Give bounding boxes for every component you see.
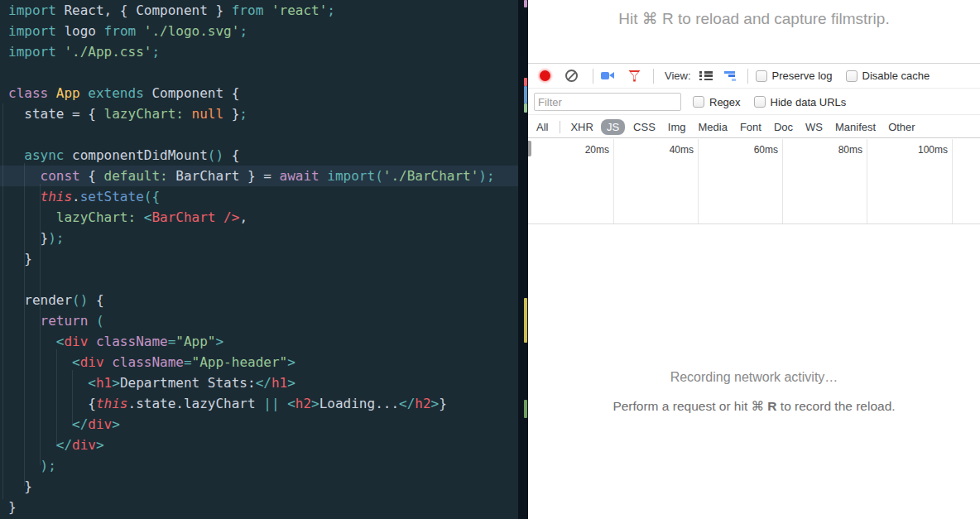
code-line: </div>: [0, 435, 518, 455]
indent-guide: [40, 184, 41, 465]
filmstrip-hint: Hit ⌘ R to reload and capture filmstrip.: [528, 9, 980, 28]
timeline-gridline: [782, 139, 783, 223]
resource-tab-js[interactable]: JS: [601, 119, 625, 135]
resource-tab-other[interactable]: Other: [887, 119, 916, 135]
scrollbar-annotation-mark: [524, 0, 527, 7]
list-view-icon[interactable]: [699, 71, 713, 80]
code-line: [0, 124, 518, 145]
timeline-gridline: [613, 139, 614, 223]
devtools-network-panel: Hit ⌘ R to reload and capture filmstrip.…: [528, 0, 980, 519]
code-line: }: [0, 248, 518, 269]
capture-screenshots-icon[interactable]: [601, 71, 615, 80]
resource-tab-img[interactable]: Img: [667, 119, 687, 135]
hide-data-urls-checkbox[interactable]: [754, 96, 766, 108]
timeline-gridline: [867, 139, 867, 223]
indent-guide: [2, 103, 3, 499]
scrollbar-annotation-mark: [524, 400, 527, 418]
timeline-scroll-notch[interactable]: [528, 141, 531, 156]
regex-checkbox[interactable]: [693, 96, 704, 108]
tab-separator: [560, 121, 560, 133]
timeline-tick-label: 80ms: [838, 144, 862, 156]
resource-tab-css[interactable]: CSS: [632, 119, 656, 135]
code-editor-pane: import React, { Component } from 'react'…: [0, 0, 528, 519]
code-line: }: [0, 497, 518, 517]
timeline-tick-label: 40ms: [670, 144, 694, 156]
toolbar-separator: [593, 69, 593, 84]
code-area[interactable]: import React, { Component } from 'react'…: [0, 0, 518, 519]
toolbar-separator: [653, 69, 654, 84]
code-line: [0, 269, 518, 290]
code-line: });: [0, 228, 518, 248]
code-line: render() {: [0, 290, 518, 310]
network-toolbar: View: Preserve log Disable cache: [528, 64, 980, 89]
filter-row: Regex Hide data URLs: [528, 89, 980, 115]
disable-cache-label[interactable]: Disable cache: [862, 70, 930, 82]
code-line: <div className="App-header">: [0, 352, 518, 372]
record-button[interactable]: [540, 70, 550, 81]
code-line: import logo from './logo.svg';: [0, 21, 518, 41]
reload-instruction: Perform a request or hit ⌘ R to record t…: [528, 399, 980, 414]
resource-tab-font[interactable]: Font: [739, 119, 762, 135]
code-line: import './App.css';: [0, 41, 518, 62]
indent-guide: [56, 349, 57, 447]
resource-tab-ws[interactable]: WS: [805, 119, 824, 135]
regex-label[interactable]: Regex: [709, 96, 741, 108]
code-line: }: [0, 476, 518, 497]
preserve-log-label[interactable]: Preserve log: [772, 70, 833, 82]
timeline-gridline: [698, 139, 699, 223]
waterfall-view-icon[interactable]: [724, 71, 740, 81]
code-line: state = { lazyChart: null };: [0, 103, 518, 124]
indent-guide: [24, 163, 25, 486]
filmstrip-area: Hit ⌘ R to reload and capture filmstrip.: [528, 0, 980, 64]
code-line: <div className="App">: [0, 331, 518, 352]
clear-button[interactable]: [565, 70, 578, 82]
code-line: const { default: BarChart } = await impo…: [0, 166, 518, 186]
scrollbar-annotation-mark: [524, 78, 527, 86]
timeline-tick-label: 100ms: [918, 144, 948, 156]
preserve-log-checkbox[interactable]: [756, 70, 767, 82]
timeline-overview[interactable]: 20ms40ms60ms80ms100ms: [528, 139, 980, 224]
code-line: class App extends Component {: [0, 83, 518, 103]
view-label: View:: [665, 70, 691, 82]
code-line: </div>: [0, 414, 518, 435]
resource-tab-doc[interactable]: Doc: [773, 119, 794, 135]
code-line: );: [0, 455, 518, 476]
code-line: <h1>Department Stats:</h1>: [0, 372, 518, 393]
editor-scrollbar[interactable]: [518, 0, 528, 519]
resource-tab-all[interactable]: All: [536, 119, 549, 135]
scrollbar-annotation-mark: [524, 298, 527, 343]
status-messages: Recording network activity… Perform a re…: [528, 370, 980, 414]
code-line: [0, 62, 518, 83]
recording-status: Recording network activity…: [528, 370, 980, 385]
timeline-tick-label: 60ms: [754, 144, 778, 156]
scrollbar-annotation-mark: [524, 103, 527, 113]
disable-cache-checkbox[interactable]: [846, 70, 858, 82]
timeline-gridline: [952, 139, 953, 223]
filter-input[interactable]: [534, 93, 681, 111]
screen: import React, { Component } from 'react'…: [0, 0, 980, 519]
code-line: import React, { Component } from 'react'…: [0, 0, 518, 21]
hide-data-urls-label[interactable]: Hide data URLs: [771, 96, 847, 108]
code-line: {this.state.lazyChart || <h2>Loading...<…: [0, 393, 518, 414]
resource-tab-media[interactable]: Media: [697, 119, 728, 135]
code-line: async componentDidMount() {: [0, 145, 518, 166]
code-line: lazyChart: <BarChart />,: [0, 207, 518, 228]
resource-tab-xhr[interactable]: XHR: [569, 119, 593, 135]
indent-guide: [72, 370, 73, 426]
toolbar-separator: [747, 69, 748, 84]
resource-type-tabs: AllXHRJSCSSImgMediaFontDocWSManifestOthe…: [528, 116, 980, 138]
code-line: return (: [0, 310, 518, 331]
code-line: this.setState({: [0, 186, 518, 207]
resource-tab-manifest[interactable]: Manifest: [834, 119, 877, 135]
scrollbar-annotation-mark: [524, 86, 527, 103]
timeline-tick-label: 20ms: [585, 144, 609, 156]
filter-funnel-icon[interactable]: [628, 70, 641, 82]
